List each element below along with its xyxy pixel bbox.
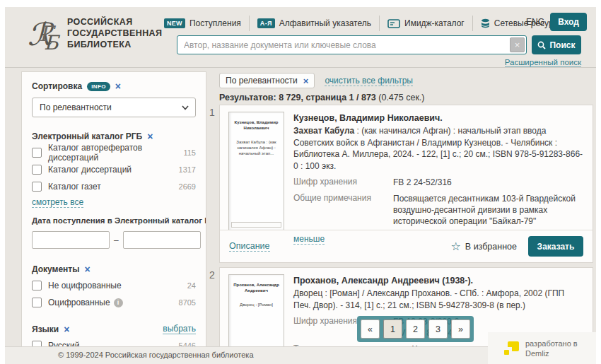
sort-title: Сортировка [32,81,82,91]
search-clear-icon[interactable]: × [510,37,525,52]
results-time: (0.475 сек.) [378,93,424,102]
pagination-page-1[interactable]: 1 [383,319,402,339]
book-cover-thumbnail[interactable]: Кузнецов, Владимир Николаевич Захват Каб… [228,112,284,230]
pagination-page-2[interactable]: 2 [406,319,425,339]
result-number: 1 [209,107,215,118]
document-filter-row[interactable]: Оцифрованные i 8705 [32,297,196,308]
brand-line1: РОССИЙСКАЯ [67,16,162,28]
result-bibliography: Захват Кабула : (как начинался Афган) : … [293,125,583,172]
clear-all-filters-link[interactable]: очистить все фильтры [325,76,413,86]
nav-new-arrivals[interactable]: NEW Поступления [156,18,249,28]
detail-row: Шифр хранения FB 2 24-52/316 [293,177,583,188]
demliz-logo-icon [503,341,519,356]
catalog-remove-icon[interactable]: × [147,131,153,141]
filter-count: 1317 [179,165,196,174]
documents-section-header: Документы × [32,264,196,274]
advanced-search-link[interactable]: Расширенный поиск [505,58,581,67]
header: ℛ Г Б РОССИЙСКАЯ ГОСУДАРСТВЕННАЯ БИБЛИОТ… [5,7,596,68]
checkbox[interactable] [32,298,42,307]
result-body: Кузнецов, Владимир Николаевич. Захват Ка… [293,112,583,245]
date-title: Дата поступления в Электронный каталог Р… [32,216,206,225]
languages-title: Языки [32,324,59,334]
filter-label: Каталог авторефератов диссертаций [48,143,183,163]
sort-select[interactable]: По релевантности [32,98,196,117]
pagination-next-button[interactable]: » [451,319,470,339]
credit-line2: Demliz [525,348,578,358]
pagination: « 1 2 3 » [357,316,474,342]
page: ℛ Г Б РОССИЙСКАЯ ГОСУДАРСТВЕННАЯ БИБЛИОТ… [5,7,596,364]
star-icon: ☆ [450,241,460,252]
filter-label: Оцифрованные i [48,298,179,307]
nav-alphabet-index[interactable]: А-Я Алфавитный указатель [250,18,379,28]
rsl-monogram-logo: ℛ Г Б [25,13,62,57]
nav-alphabet-index-label: Алфавитный указатель [279,18,371,28]
result-actions: Описание ☆ В избранное Заказать [220,230,593,262]
detail-value: Посвящается десантникам 103-й Гвардейско… [393,193,583,227]
catalog-filter-row[interactable]: Каталог диссертаций 1317 [32,164,196,175]
filter-count: 2669 [179,182,196,191]
result-card: Кузнецов, Владимир Николаевич Захват Каб… [219,105,593,263]
document-filter-row[interactable]: Не оцифрованные 24 [32,280,196,291]
checkbox[interactable] [32,182,42,192]
date-to-input[interactable] [123,231,201,249]
checkbox[interactable] [32,148,42,158]
search-input[interactable] [177,35,527,54]
nav-image-catalog-label: Имидж-каталог [404,18,465,28]
catalog-filter-row[interactable]: Каталог авторефератов диссертаций 115 [32,147,196,158]
info-badge: INFO [87,82,110,91]
filter-label: Каталог диссертаций [48,165,179,175]
credit-line1: разработано в [525,339,578,348]
date-separator: – [114,235,119,245]
brand-title: РОССИЙСКАЯ ГОСУДАРСТВЕННАЯ БИБЛИОТЕКА [67,16,162,50]
detail-label: Общие примечания [293,193,393,227]
brand-line2: ГОСУДАРСТВЕННАЯ [67,28,162,39]
filter-label: Не оцифрованные [48,281,187,290]
sort-filter-chip[interactable]: По релевантности × [219,73,315,88]
catalog-title: Электронный каталог РГБ [32,131,142,141]
cover-author: Кузнецов, Владимир Николаевич [233,119,280,131]
result-title-link[interactable]: Кузнецов, Владимир Николаевич. [293,112,583,124]
cover-author: Проханов, Александр Андреевич [233,282,280,293]
catalog-card-icon [387,19,400,28]
brand-line3: БИБЛИОТЕКА [67,39,162,50]
chevron-down-icon [182,105,189,110]
description-link[interactable]: Описание [229,241,270,252]
checkbox[interactable] [32,165,42,175]
pagination-prev-button[interactable]: « [361,319,380,339]
results-meta: Результатов: 8 729, страница 1 / 873 (0.… [219,93,425,102]
cover-title: Дворец : [Роман] [233,302,280,307]
sort-remove-icon[interactable]: × [115,81,121,91]
see-all-link[interactable]: смотреть все [32,197,83,208]
pagination-page-3[interactable]: 3 [428,319,448,339]
languages-remove-icon[interactable]: × [64,324,69,334]
chip-remove-icon[interactable]: × [303,76,309,86]
date-section-header: Дата поступления в Электронный каталог Р… [32,216,196,225]
search-button[interactable]: Поиск [532,35,581,54]
order-button[interactable]: Заказать [528,236,583,257]
checkbox[interactable] [32,281,42,290]
svg-text:Б: Б [44,31,61,54]
filter-label-text: Оцифрованные [48,298,110,307]
result-lead: Захват Кабула [293,126,354,136]
new-badge-icon: NEW [164,18,185,28]
database-icon [481,18,490,28]
nav-new-arrivals-label: Поступления [189,18,241,28]
documents-remove-icon[interactable]: × [84,264,90,274]
choose-languages-link[interactable]: выбрать [163,324,196,334]
catalog-filter-row[interactable]: Каталог газет 2669 [32,181,196,192]
login-button[interactable]: Вход [550,13,587,31]
sort-section-header: Сортировка INFO × [32,81,196,91]
active-filters-row: По релевантности × очистить все фильтры [219,73,413,88]
add-to-favorites-button[interactable]: ☆ В избранное [450,241,517,252]
result-title-link[interactable]: Проханов, Александр Андреевич (1938-). [293,275,583,287]
favorites-label: В избранное [465,242,517,252]
date-from-input[interactable] [32,231,110,249]
info-icon: i [114,298,123,307]
result-bibliography: Дворец : [Роман] / Александр Проханов. -… [293,288,583,311]
nav-image-catalog[interactable]: Имидж-каталог [380,18,472,28]
language-switch[interactable]: ENG [526,17,544,27]
developer-credit[interactable]: разработано в Demliz [488,332,596,364]
search-button-label: Поиск [549,40,575,50]
az-badge-icon: А-Я [257,18,275,28]
results-count: Результатов: 8 729, страница 1 / 873 [219,93,376,102]
